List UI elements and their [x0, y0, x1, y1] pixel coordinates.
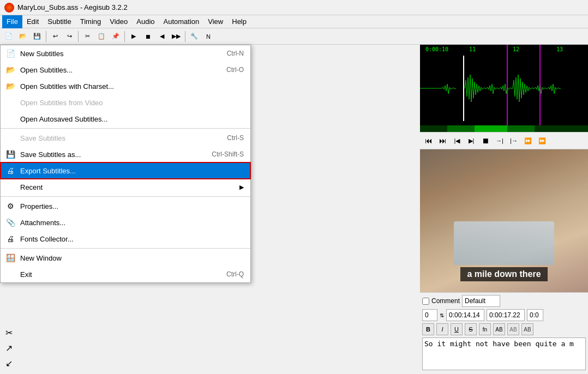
open-charset-icon: 📂: [5, 81, 16, 92]
comment-checkbox-label[interactable]: Comment: [422, 297, 460, 305]
save-as-shortcut: Ctrl-Shift-S: [212, 150, 244, 158]
format-ab1[interactable]: AB: [493, 323, 505, 335]
menu-view[interactable]: View: [203, 15, 227, 28]
style-field[interactable]: [462, 295, 500, 307]
menu-export-subtitles[interactable]: 🖨 Export Subtitles...: [1, 162, 250, 179]
start-time-field[interactable]: [446, 309, 484, 321]
format-ab3[interactable]: AB: [521, 323, 533, 335]
open-video-icon: [5, 97, 16, 108]
toolbar-copy[interactable]: 📋: [95, 30, 108, 43]
up-down-icon[interactable]: ⇅: [440, 312, 444, 318]
format-bold[interactable]: B: [422, 323, 434, 335]
toolbar-extra2[interactable]: N: [202, 30, 215, 43]
open-subtitles-label: Open Subtitles...: [20, 66, 73, 74]
menu-audio[interactable]: Audio: [132, 15, 159, 28]
transport-controls: ⏮ ⏭ |◀ ▶| ⏹ →| |→ ⏩ ⏩: [420, 132, 588, 149]
toolbar-undo[interactable]: ↩: [49, 30, 62, 43]
transport-frame-fwd[interactable]: ▶|: [465, 134, 478, 147]
tool-arrow[interactable]: ↗: [2, 341, 15, 354]
extra-time-field[interactable]: [527, 309, 543, 321]
menu-edit[interactable]: Edit: [22, 15, 43, 28]
menu-subtitle[interactable]: Subtitle: [43, 15, 75, 28]
save-icon: [5, 132, 16, 143]
menu-exit[interactable]: Exit Ctrl-Q: [1, 266, 250, 282]
menu-timing[interactable]: Timing: [76, 15, 106, 28]
toolbar-open[interactable]: 📂: [16, 30, 29, 43]
exit-label: Exit: [20, 270, 32, 279]
save-as-icon: 💾: [5, 149, 16, 160]
transport-frame-back[interactable]: |◀: [451, 134, 464, 147]
menu-recent[interactable]: Recent ▶: [1, 179, 250, 195]
toolbar-video-prev[interactable]: ◀: [155, 30, 169, 43]
save-shortcut: Ctrl-S: [227, 134, 244, 142]
edit-row-timing: ⇅: [422, 309, 586, 321]
subtitle-edit-panel: Comment ⇅ B I U S fn AB AB AB So: [420, 292, 588, 374]
transport-forward[interactable]: ⏭: [436, 134, 449, 147]
menu-file[interactable]: File: [2, 15, 22, 28]
transport-stop[interactable]: ⏹: [479, 134, 492, 147]
format-underline[interactable]: U: [451, 323, 463, 335]
menu-save-subtitles-as[interactable]: 💾 Save Subtitles as... Ctrl-Shift-S: [1, 146, 250, 162]
menu-automation[interactable]: Automation: [159, 15, 204, 28]
new-window-label: New Window: [20, 254, 62, 262]
edit-row-comment: Comment: [422, 295, 586, 307]
menu-help[interactable]: Help: [227, 15, 251, 28]
menu-video[interactable]: Video: [105, 15, 132, 28]
menu-open-subtitles-charset[interactable]: 📂 Open Subtitles with Charset...: [1, 78, 250, 94]
tool-cut[interactable]: ✂: [2, 326, 15, 339]
new-subtitles-icon: 📄: [5, 48, 16, 59]
waveform-panel[interactable]: 0:00:10 11 12 13: [420, 45, 588, 132]
format-ab2[interactable]: AB: [507, 323, 519, 335]
svg-rect-0: [420, 45, 588, 132]
toolbar-extra1[interactable]: 🔧: [188, 30, 201, 43]
menu-open-subtitles[interactable]: 📂 Open Subtitles... Ctrl-O: [1, 62, 250, 78]
toolbar-new[interactable]: 📄: [2, 30, 15, 43]
menu-new-window[interactable]: 🪟 New Window: [1, 250, 250, 266]
tool-move[interactable]: ↙: [2, 357, 15, 370]
toolbar-video-next[interactable]: ▶▶: [170, 30, 183, 43]
transport-play-from[interactable]: |→: [507, 134, 520, 147]
subtitle-textarea[interactable]: So it might not have been quite a m: [422, 337, 586, 370]
video-area: a mile down there: [420, 149, 588, 292]
recent-arrow: ▶: [239, 184, 244, 191]
menu-new-subtitles[interactable]: 📄 New Subtitles Ctrl-N: [1, 45, 250, 62]
fonts-collector-label: Fonts Collector...: [20, 235, 74, 243]
transport-play-fwd[interactable]: ⏩: [521, 134, 535, 147]
separator-2: [1, 196, 250, 197]
open-charset-label: Open Subtitles with Charset...: [20, 82, 114, 91]
format-fn[interactable]: fn: [479, 323, 491, 335]
toolbar-sep2: [78, 31, 79, 42]
right-panel: 0:00:10 11 12 13: [420, 45, 588, 374]
export-subtitles-label: Export Subtitles...: [20, 167, 76, 175]
open-subtitles-icon: 📂: [5, 64, 16, 75]
toolbar-scissors[interactable]: ✂: [81, 30, 94, 43]
menu-fonts-collector[interactable]: 🖨 Fonts Collector...: [1, 231, 250, 247]
transport-play-sel[interactable]: →|: [493, 134, 506, 147]
layer-field[interactable]: [422, 309, 437, 321]
toolbar-sep4: [185, 31, 185, 42]
toolbar-video-play[interactable]: ▶: [127, 30, 140, 43]
comment-checkbox[interactable]: [422, 298, 429, 305]
format-italic[interactable]: I: [436, 323, 448, 335]
menu-open-autosaved[interactable]: Open Autosaved Subtitles...: [1, 111, 250, 127]
menu-save-subtitles: Save Subtitles Ctrl-S: [1, 130, 250, 146]
transport-rewind[interactable]: ⏮: [422, 134, 435, 147]
menu-attachments[interactable]: 📎 Attachments...: [1, 214, 250, 231]
end-time-field[interactable]: [487, 309, 525, 321]
toolbar: 📄 📂 💾 ↩ ↪ ✂ 📋 📌 ▶ ⏹ ◀ ▶▶ 🔧 N: [0, 28, 588, 45]
toolbar-save[interactable]: 💾: [31, 30, 44, 43]
separator-3: [1, 248, 250, 249]
toolbar-paste[interactable]: 📌: [109, 30, 122, 43]
toolbar-sep3: [124, 31, 125, 42]
subtitle-text: a mile down there: [460, 267, 547, 281]
export-icon: 🖨: [5, 165, 16, 176]
svg-text:12: 12: [513, 46, 519, 52]
transport-play-fwd2[interactable]: ⏩: [536, 134, 549, 147]
menu-properties[interactable]: ⚙ Properties...: [1, 198, 250, 214]
toolbar-redo[interactable]: ↪: [63, 30, 76, 43]
svg-text:13: 13: [556, 46, 563, 52]
toolbar-video-stop[interactable]: ⏹: [141, 30, 154, 43]
attachments-icon: 📎: [5, 217, 16, 228]
format-strikethrough[interactable]: S: [465, 323, 477, 335]
title-bar: MaryLou_Subs.ass - Aegisub 3.2.2: [0, 0, 588, 15]
